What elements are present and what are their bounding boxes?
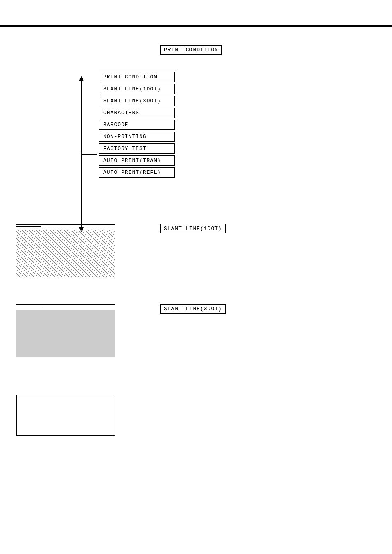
slant3dot-hatch [16, 310, 115, 357]
slant3dot-pattern [16, 310, 115, 357]
slant1dot-hatch [16, 230, 115, 277]
menu-items-list: PRINT CONDITION SLANT LINE(1DOT) SLANT L… [99, 72, 175, 238]
slant1dot-pattern [16, 230, 115, 277]
menu-item-auto-print-refl: AUTO PRINT(REFL) [99, 167, 175, 178]
slant3dot-label: SLANT LINE(3DOT) [160, 304, 226, 314]
svg-marker-0 [79, 76, 84, 81]
top-print-condition-box: PRINT CONDITION [160, 45, 222, 55]
slant3dot-box: SLANT LINE(3DOT) [160, 304, 226, 314]
slant3dot-lines [16, 304, 115, 310]
menu-item-slant-3dot: SLANT LINE(3DOT) [99, 96, 175, 106]
empty-box-section [16, 395, 115, 436]
slant1dot-label: SLANT LINE(1DOT) [160, 224, 226, 233]
slant1dot-box: SLANT LINE(1DOT) [160, 224, 226, 233]
slant1dot-section [16, 224, 115, 277]
menu-item-print-condition: PRINT CONDITION [99, 72, 175, 82]
slant3dot-section [16, 304, 115, 357]
menu-item-auto-print-tran: AUTO PRINT(TRAN) [99, 155, 175, 166]
menu-item-barcode: BARCODE [99, 120, 175, 130]
menu-bracket [74, 72, 99, 238]
slant1dot-lines [16, 224, 115, 230]
slant1dot-line-long [16, 224, 115, 225]
menu-item-factory-test: FACTORY TEST [99, 143, 175, 154]
menu-item-characters: CHARACTERS [99, 108, 175, 118]
empty-rect [16, 395, 115, 436]
top-print-condition-label: PRINT CONDITION [160, 45, 222, 55]
menu-item-non-printing: NON-PRINTING [99, 132, 175, 142]
menu-item-slant-1dot: SLANT LINE(1DOT) [99, 84, 175, 94]
slant3dot-line-long [16, 304, 115, 305]
bracket-svg [74, 72, 99, 236]
slant3dot-line-short [16, 307, 41, 307]
header-bar [0, 25, 392, 27]
slant1dot-line-short [16, 226, 41, 227]
menu-diagram: PRINT CONDITION SLANT LINE(1DOT) SLANT L… [74, 72, 175, 238]
